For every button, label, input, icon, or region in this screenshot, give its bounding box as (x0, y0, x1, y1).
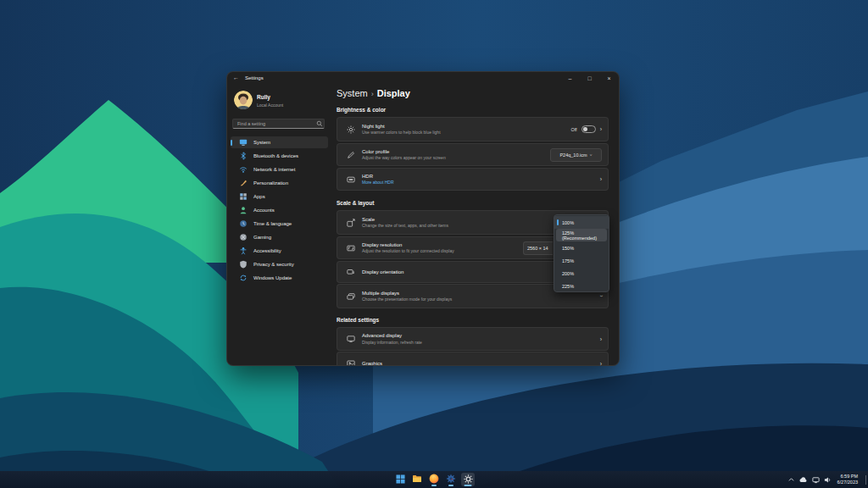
night-light-row[interactable]: Night light Use warmer colors to help bl… (337, 117, 609, 141)
avatar[interactable] (234, 91, 253, 109)
sidebar-item-accessibility[interactable]: Accessibility (231, 245, 328, 257)
network-tray-icon[interactable] (812, 476, 820, 484)
window-controls: – □ × (560, 72, 619, 85)
color-profile-title: Color profile (362, 149, 446, 154)
scale-title: Scale (362, 217, 448, 222)
color-profile-desc: Adjust the way colors appear on your scr… (362, 155, 446, 160)
bluetooth-icon (239, 152, 248, 160)
sidebar-item-label: Personalization (253, 180, 288, 186)
sidebar-item-label: Network & internet (253, 167, 295, 172)
chevron-right-icon: › (600, 126, 602, 132)
scale-option-150[interactable]: 150% (554, 241, 609, 254)
hdr-row[interactable]: HDR More about HDR › (337, 168, 609, 191)
multiple-displays-icon (346, 291, 355, 301)
display-resolution-value: 2560 × 14 (527, 246, 548, 251)
search-box[interactable] (232, 119, 325, 129)
graphics-icon (346, 359, 355, 367)
sidebar-item-system[interactable]: System (231, 136, 328, 148)
firefox-button[interactable] (427, 473, 441, 486)
sidebar-item-bluetooth-devices[interactable]: Bluetooth & devices (231, 150, 328, 162)
scale-option-225[interactable]: 225% (554, 280, 609, 292)
sidebar-item-gaming[interactable]: Gaming (231, 231, 328, 243)
graphics-row[interactable]: Graphics › (337, 352, 609, 366)
sidebar-item-personalization[interactable]: Personalization (231, 177, 328, 189)
night-light-icon (346, 125, 355, 134)
firefox-icon (429, 472, 439, 487)
display-resolution-desc: Adjust the resolution to fit your connec… (362, 248, 454, 253)
settings-gear-icon (464, 472, 473, 487)
tray-chevron-up-icon[interactable] (788, 477, 794, 483)
scale-option-200[interactable]: 200% (554, 267, 609, 280)
color-profile-dropdown[interactable]: P24q_10.icm › (550, 148, 602, 162)
search-icon (315, 120, 324, 127)
accounts-icon (239, 206, 248, 214)
user-account-type: Local Account (257, 103, 283, 108)
gaming-icon (239, 233, 248, 241)
scale-option-125-recommended[interactable]: 125% (Recommended) (556, 229, 607, 241)
advanced-display-desc: Display information, refresh rate (362, 340, 422, 345)
window-title: Settings (245, 75, 264, 80)
display-orientation-title: Display orientation (362, 269, 403, 274)
sidebar-item-apps[interactable]: Apps (231, 191, 328, 202)
sidebar-item-label: Windows Update (253, 275, 292, 280)
show-desktop-button[interactable] (865, 475, 866, 485)
tray-date: 6/27/2023 (837, 480, 858, 485)
tray-clock[interactable]: 6:59 PM 6/27/2023 (837, 474, 858, 485)
blue-app-icon (446, 472, 456, 487)
volume-tray-icon[interactable] (824, 476, 832, 484)
section-label-brightness: Brightness & color (337, 107, 386, 113)
night-light-toggle[interactable] (581, 125, 596, 133)
sidebar-item-label: Privacy & security (253, 262, 294, 267)
user-name: Rully (257, 94, 270, 100)
accessibility-icon (239, 247, 248, 255)
display-resolution-title: Display resolution (362, 242, 454, 247)
multiple-displays-desc: Choose the presentation mode for your di… (362, 297, 452, 302)
night-light-title: Night light (362, 124, 441, 129)
color-profile-row[interactable]: Color profile Adjust the way colors appe… (337, 143, 609, 166)
maximize-button[interactable]: □ (580, 72, 599, 85)
start-button[interactable] (393, 473, 407, 486)
settings-taskbar-button[interactable] (461, 473, 475, 486)
sidebar-item-label: Apps (253, 194, 265, 199)
close-button[interactable]: × (599, 72, 619, 85)
file-explorer-icon (412, 472, 422, 487)
desktop: ← Settings – □ × Rully Local Account (0, 0, 868, 488)
scale-option-100[interactable]: 100% (554, 216, 609, 229)
back-icon[interactable]: ← (233, 75, 239, 80)
scale-option-175[interactable]: 175% (554, 254, 609, 267)
night-light-state: Off (570, 127, 576, 132)
color-profile-value: P24q_10.icm (559, 152, 587, 158)
hdr-link[interactable]: More about HDR (362, 180, 394, 185)
breadcrumb-system[interactable]: System (337, 88, 368, 98)
chevron-right-icon: › (600, 176, 602, 182)
sidebar-item-label: Time & language (253, 221, 292, 226)
tray-time: 6:59 PM (837, 474, 858, 480)
onedrive-cloud-icon[interactable] (798, 476, 808, 483)
multiple-displays-title: Multiple displays (362, 291, 452, 296)
start-icon (396, 472, 405, 487)
display-resolution-dropdown[interactable]: 2560 × 14 (523, 241, 553, 255)
section-label-scale-layout: Scale & layout (337, 200, 374, 206)
search-input[interactable] (233, 121, 315, 126)
sidebar-item-network-internet[interactable]: Network & internet (231, 164, 328, 175)
sidebar-item-label: Accounts (253, 208, 275, 213)
night-light-desc: Use warmer colors to help block blue lig… (362, 130, 441, 135)
chevron-down-icon: › (589, 154, 594, 156)
chevron-right-icon: › (600, 361, 602, 367)
hdr-title: HDR (362, 174, 394, 179)
display-resolution-icon (346, 243, 355, 252)
sidebar-item-windows-update[interactable]: Windows Update (231, 272, 328, 284)
scale-desc: Change the size of text, apps, and other… (362, 223, 448, 228)
system-icon (239, 138, 248, 147)
sidebar-item-label: Accessibility (253, 248, 281, 253)
sidebar-item-accounts[interactable]: Accounts (231, 204, 328, 216)
sidebar-item-time-language[interactable]: Time & language (231, 218, 328, 230)
minimize-button[interactable]: – (560, 72, 580, 85)
blue-app-button[interactable] (444, 473, 458, 486)
color-profile-icon (346, 150, 355, 159)
advanced-display-row[interactable]: Advanced display Display information, re… (337, 327, 609, 351)
scale-dropdown-flyout: 100% 125% (Recommended) 150% 175% 200% 2… (554, 214, 609, 292)
file-explorer-button[interactable] (410, 473, 424, 486)
breadcrumb: System › Display (337, 88, 410, 98)
sidebar-item-privacy-security[interactable]: Privacy & security (231, 258, 328, 270)
